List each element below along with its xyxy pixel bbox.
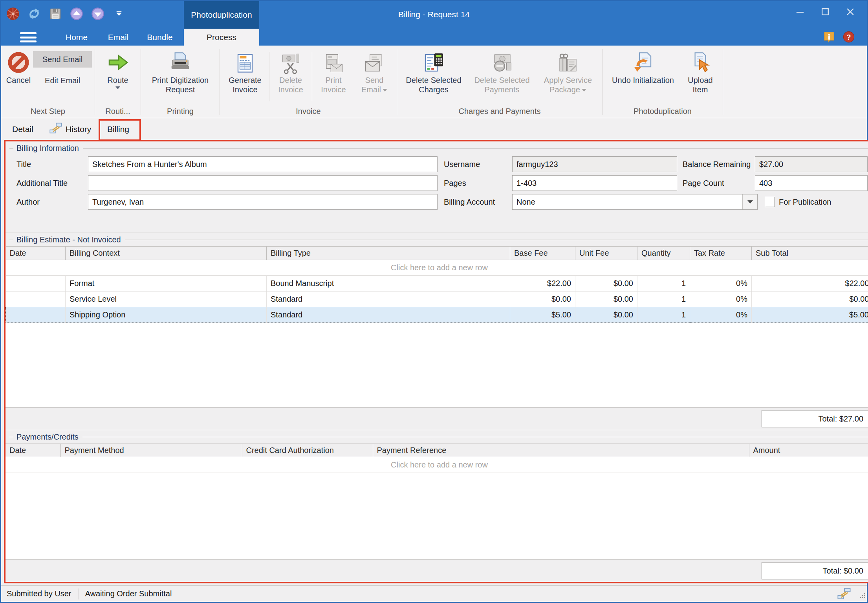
print-digitization-request-button[interactable]: Print Digitization Request [145, 48, 216, 96]
tab-billing[interactable]: Billing [107, 118, 129, 140]
group-label-charges-payments: Charges and Payments [397, 105, 602, 118]
cancel-button[interactable]: Cancel [4, 48, 33, 86]
column-header-date[interactable]: Date [6, 247, 66, 260]
undo-initialization-button[interactable]: Undo Initialization [605, 48, 681, 86]
estimate-total: Total: $27.00 [762, 410, 868, 427]
content-area: Billing Information Title Username Balan… [1, 140, 867, 585]
column-header-payment-method[interactable]: Payment Method [60, 444, 242, 457]
ribbon-group-charges-payments: Delete Selected Charges Delete Selected … [397, 46, 602, 118]
chevron-down-icon[interactable] [742, 194, 757, 209]
tab-detail[interactable]: Detail [12, 118, 33, 140]
maximize-button[interactable] [813, 4, 838, 20]
help-icon[interactable]: ? [842, 31, 855, 45]
column-header-amount[interactable]: Amount [749, 444, 868, 457]
menu-icon[interactable] [20, 32, 37, 42]
close-button[interactable] [838, 4, 863, 20]
generate-invoice-button[interactable]: Generate Invoice [222, 48, 268, 96]
resize-grip-icon[interactable] [859, 592, 866, 601]
view-tab-strip: Detail History Billing [1, 118, 867, 140]
estimate-header-row: Date Billing Context Billing Type Base F… [6, 247, 868, 260]
print-invoice-button[interactable]: Print Invoice [313, 48, 354, 96]
column-header-base-fee[interactable]: Base Fee [510, 247, 575, 260]
title-field[interactable] [88, 156, 438, 172]
send-email-button[interactable]: Send Email [33, 51, 92, 68]
upload-item-button[interactable]: Upload Item [681, 48, 720, 96]
route-icon [106, 49, 129, 74]
table-row-selected[interactable]: Shipping Option Standard $5.00 $0.00 1 0… [6, 307, 868, 323]
print-invoice-icon [323, 49, 344, 74]
username-field[interactable] [512, 156, 677, 172]
ribbon-tab-row: Home Email Bundle Process ? [1, 29, 867, 46]
upload-icon [689, 49, 712, 74]
column-header-quantity[interactable]: Quantity [637, 247, 690, 260]
ribbon-tab-home[interactable]: Home [57, 29, 96, 46]
apply-service-package-button[interactable]: Apply Service Package [537, 48, 599, 96]
chevron-down-icon [383, 89, 387, 92]
cancel-icon [7, 49, 30, 74]
billing-estimate-grid: Date Billing Context Billing Type Base F… [5, 246, 868, 323]
payments-minus-icon [491, 49, 513, 74]
ribbon-group-printing: Print Digitization Request Printing [141, 46, 220, 118]
page-count-field[interactable] [755, 175, 868, 191]
column-header-payment-reference[interactable]: Payment Reference [373, 444, 749, 457]
ribbon-group-routing: Route Routi... [95, 46, 141, 118]
delete-selected-payments-button[interactable]: Delete Selected Payments [467, 48, 537, 96]
estimate-grid-empty-area [5, 323, 868, 408]
route-button[interactable]: Route [104, 48, 132, 91]
ribbon: Cancel Send Email Edit Email Next Step R… [1, 46, 867, 118]
balance-remaining-field[interactable] [755, 156, 868, 172]
table-row[interactable]: Format Bound Manuscript $22.00 $0.00 1 0… [6, 276, 868, 291]
minimize-button[interactable] [787, 4, 813, 20]
delete-invoice-button[interactable]: Delete Invoice [270, 48, 311, 96]
table-row[interactable]: Service Level Standard $0.00 $0.00 1 0% … [6, 291, 868, 307]
printer-icon [169, 49, 192, 74]
envelope-icon [364, 49, 385, 74]
additional-title-label: Additional Title [11, 179, 88, 188]
invoice-icon [234, 49, 256, 74]
payments-grid-empty-area [5, 473, 868, 560]
column-header-billing-context[interactable]: Billing Context [66, 247, 267, 260]
routing-icon [49, 122, 62, 136]
billing-estimate-section: Billing Estimate - Not Invoiced Date Bil… [5, 233, 868, 430]
app-window: Photoduplication Billing - Request 14 Ho… [0, 0, 868, 603]
author-field[interactable] [88, 194, 438, 210]
edit-email-button[interactable]: Edit Email [33, 72, 92, 89]
routing-icon[interactable] [837, 587, 851, 602]
chevron-down-icon [582, 89, 586, 92]
column-header-credit-card-authorization[interactable]: Credit Card Authorization [242, 444, 373, 457]
gift-package-icon [557, 49, 579, 74]
delete-selected-charges-button[interactable]: Delete Selected Charges [400, 48, 467, 96]
billing-account-label: Billing Account [438, 198, 512, 207]
window-title: Billing - Request 14 [1, 10, 867, 19]
tab-history[interactable]: History [49, 118, 91, 140]
column-header-billing-type[interactable]: Billing Type [267, 247, 510, 260]
additional-title-field[interactable] [88, 175, 438, 191]
scissors-invoice-icon [280, 49, 301, 74]
ribbon-tab-process[interactable]: Process [184, 29, 259, 46]
billing-information-legend: Billing Information [5, 141, 868, 155]
status-text: Awaiting Order Submittal [79, 589, 172, 598]
send-invoice-email-button[interactable]: Send Email [354, 48, 395, 96]
ribbon-group-next-step: Cancel Send Email Edit Email Next Step [1, 46, 95, 118]
column-header-date[interactable]: Date [5, 444, 60, 457]
pages-label: Pages [438, 179, 512, 188]
billing-information-section: Billing Information Title Username Balan… [5, 141, 868, 233]
pages-field[interactable] [512, 175, 677, 191]
group-label-printing: Printing [141, 105, 220, 118]
column-header-sub-total[interactable]: Sub Total [752, 247, 868, 260]
column-header-tax-rate[interactable]: Tax Rate [690, 247, 752, 260]
column-header-unit-fee[interactable]: Unit Fee [575, 247, 637, 260]
estimate-add-row[interactable]: Click here to add a new row [6, 260, 868, 276]
username-label: Username [438, 160, 512, 169]
billing-account-dropdown[interactable]: None [512, 194, 758, 210]
status-queue: Submitted by User [1, 589, 79, 598]
title-label: Title [11, 160, 88, 169]
ribbon-tab-email[interactable]: Email [101, 29, 135, 46]
for-publication-checkbox[interactable] [765, 197, 775, 207]
payments-add-row[interactable]: Click here to add a new row [5, 457, 868, 473]
payments-credits-legend: Payments/Credits [5, 430, 868, 444]
feedback-icon[interactable] [823, 31, 835, 45]
ribbon-tab-bundle[interactable]: Bundle [139, 29, 180, 46]
chevron-down-icon [115, 86, 120, 89]
payments-total: Total: $0.00 [762, 562, 868, 579]
